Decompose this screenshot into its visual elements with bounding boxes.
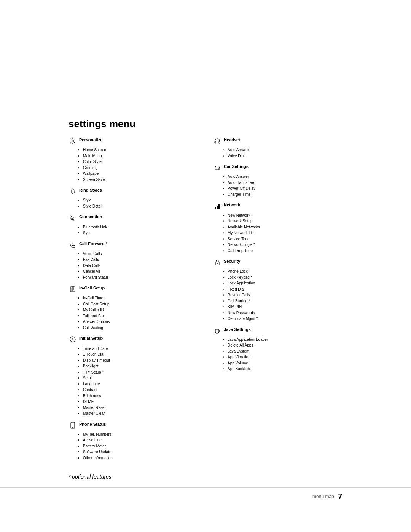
list-item: Style Detail <box>83 203 198 209</box>
menu-section: Java SettingsJava Application LoaderDele… <box>213 327 342 372</box>
section-title: Security <box>224 259 240 264</box>
list-item: Brightness <box>83 393 198 399</box>
svg-rect-10 <box>215 207 216 209</box>
list-item: Display Timeout <box>83 358 198 364</box>
list-item: Greeting <box>83 165 198 171</box>
list-item: Other Information <box>83 455 198 461</box>
section-icon <box>213 137 221 146</box>
list-item: New Network <box>228 212 342 219</box>
section-items: Auto AnswerAuto HandsfreePower-Off Delay… <box>224 174 342 197</box>
page: settings menu PersonalizeHome ScreenMain… <box>0 0 411 532</box>
section-icon <box>68 286 77 294</box>
section-items: Time and Date1-Touch DialDisplay Timeout… <box>79 346 198 417</box>
list-item: Fax Calls <box>83 257 198 263</box>
section-icon <box>68 422 77 430</box>
list-item: Time and Date <box>83 346 198 352</box>
list-item: App Volume <box>228 360 342 366</box>
list-item: Voice Calls <box>83 251 198 257</box>
left-column: PersonalizeHome ScreenMain MenuColor Sty… <box>68 137 198 466</box>
section-header: Initial Setup <box>68 336 198 344</box>
section-items: Phone LockLock Keypad *Lock ApplicationF… <box>224 268 342 322</box>
list-item: Master Clear <box>83 411 198 417</box>
list-item: Answer Options <box>83 319 198 325</box>
content-area: settings menu PersonalizeHome ScreenMain… <box>0 0 411 518</box>
list-item: Network Setup <box>228 218 342 224</box>
menu-section: PersonalizeHome ScreenMain MenuColor Sty… <box>68 137 198 182</box>
section-title: Java Settings <box>224 327 251 332</box>
section-items: Voice CallsFax CallsData CallsCancel All… <box>79 251 198 281</box>
list-item: Delete All Apps <box>228 342 342 348</box>
section-header: Personalize <box>68 137 198 146</box>
svg-rect-12 <box>218 204 220 209</box>
section-title: Network <box>224 203 240 207</box>
section-items: Bluetooth LinkSync <box>79 224 198 236</box>
list-item: Voice Dial <box>228 153 342 159</box>
section-icon <box>213 164 221 173</box>
svg-point-0 <box>72 140 74 142</box>
svg-point-1 <box>72 217 73 219</box>
list-item: Style <box>83 197 198 203</box>
list-item: Screen Saver <box>83 177 198 183</box>
menu-section: Initial SetupTime and Date1-Touch DialDi… <box>68 336 198 416</box>
section-header: Network <box>213 203 342 211</box>
list-item: Call Cost Setup <box>83 301 198 307</box>
list-item: App Backlight <box>228 366 342 372</box>
section-header: Car Settings <box>213 164 342 173</box>
menu-section: HeadsetAuto AnswerVoice Dial <box>213 137 342 159</box>
list-item: Restrict Calls <box>228 292 342 298</box>
svg-point-14 <box>217 263 218 264</box>
list-item: Scroll <box>83 375 198 381</box>
menu-section: Ring StylesStyleStyle Detail <box>68 188 198 209</box>
section-header: Headset <box>213 137 342 146</box>
list-item: SIM PIN <box>228 304 342 310</box>
list-item: DTMF <box>83 399 198 405</box>
section-icon <box>68 336 77 344</box>
list-item: Active Line <box>83 437 198 443</box>
section-icon <box>68 241 77 250</box>
list-item: Language <box>83 381 198 387</box>
list-item: Java System <box>228 348 342 355</box>
svg-rect-11 <box>217 206 218 209</box>
list-item: 1-Touch Dial <box>83 351 198 358</box>
list-item: Call Barring * <box>228 298 342 304</box>
list-item: Wallpaper <box>83 171 198 177</box>
list-item: My Network List <box>228 230 342 236</box>
section-icon <box>68 214 77 223</box>
list-item: Call Drop Tone <box>228 248 342 254</box>
menu-section: SecurityPhone LockLock Keypad *Lock Appl… <box>213 259 342 322</box>
optional-note: * optional features <box>68 474 342 480</box>
list-item: Lock Application <box>228 280 342 286</box>
list-item: New Passwords <box>228 310 342 316</box>
page-title: settings menu <box>68 118 342 130</box>
menu-grid: PersonalizeHome ScreenMain MenuColor Sty… <box>68 137 342 466</box>
section-items: Java Application LoaderDelete All AppsJa… <box>224 337 342 372</box>
list-item: Auto Handsfree <box>228 180 342 186</box>
section-icon <box>213 259 221 267</box>
section-title: Ring Styles <box>79 188 102 192</box>
list-item: Auto Answer <box>228 174 342 180</box>
section-header: Security <box>213 259 342 267</box>
menu-section: Phone StatusMy Tel. NumbersActive LineBa… <box>68 422 198 461</box>
list-item: Phone Lock <box>228 268 342 275</box>
section-title: Headset <box>224 137 240 142</box>
list-item: Backlight <box>83 363 198 369</box>
list-item: Talk and Fax <box>83 313 198 319</box>
footer-bar: menu map 7 <box>0 487 411 502</box>
section-title: Car Settings <box>224 164 249 169</box>
section-header: Call Forward * <box>68 241 198 250</box>
list-item: In-Call Timer <box>83 295 198 301</box>
list-item: Master Reset <box>83 405 198 411</box>
list-item: Auto Answer <box>228 147 342 153</box>
list-item: Lock Keypad * <box>228 275 342 281</box>
section-header: Java Settings <box>213 327 342 335</box>
list-item: Power-Off Delay <box>228 185 342 192</box>
list-item: Main Menu <box>83 153 198 159</box>
footer-label: menu map <box>312 494 334 499</box>
list-item: App Vibration <box>228 354 342 360</box>
section-title: Phone Status <box>79 422 106 427</box>
section-icon <box>213 203 221 211</box>
section-items: Home ScreenMain MenuColor StyleGreetingW… <box>79 147 198 182</box>
list-item: Sync <box>83 230 198 236</box>
svg-point-9 <box>218 169 219 169</box>
list-item: Java Application Loader <box>228 337 342 343</box>
